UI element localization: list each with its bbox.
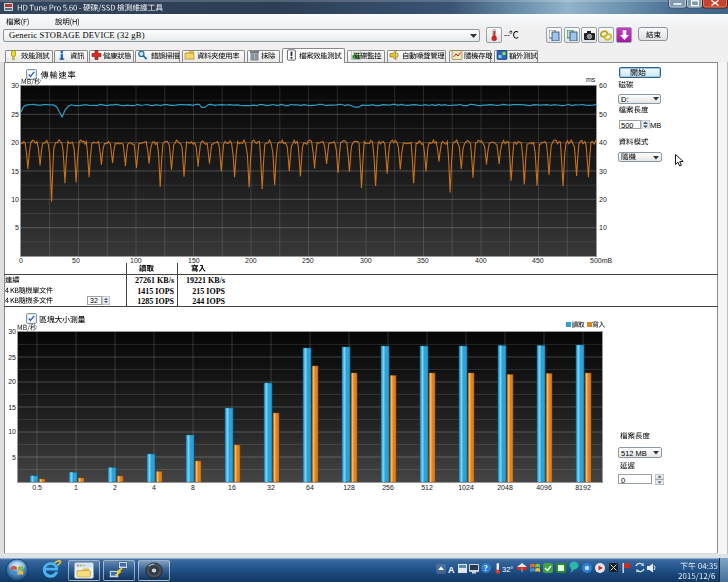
svg-text:?: ? bbox=[484, 564, 488, 573]
svg-text:32°: 32° bbox=[502, 565, 513, 574]
svg-text:A: A bbox=[448, 565, 455, 575]
